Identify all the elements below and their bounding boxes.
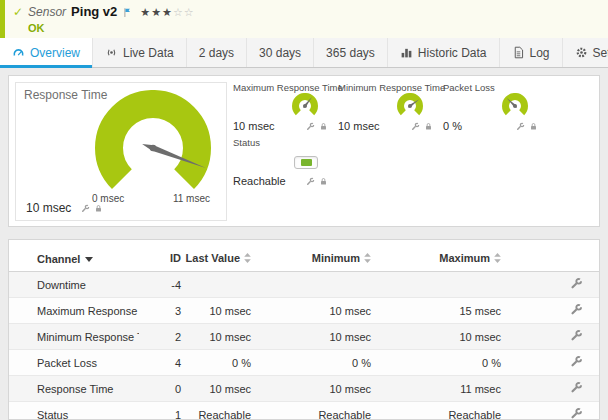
column-header-min[interactable]: Minimum bbox=[255, 240, 375, 272]
wrench-icon[interactable] bbox=[570, 303, 583, 316]
channel-row-response-time[interactable]: Response Time 0 10 msec 10 msec 11 msec bbox=[9, 376, 599, 402]
tab-label: Settings bbox=[593, 46, 608, 60]
tab-label: 2 days bbox=[199, 46, 234, 60]
wrench-icon[interactable] bbox=[570, 277, 583, 290]
lock-icon[interactable] bbox=[319, 177, 328, 186]
lock-icon[interactable] bbox=[424, 122, 433, 131]
channel-id: 2 bbox=[139, 324, 185, 350]
gauge-icon bbox=[12, 46, 25, 59]
channel-name[interactable]: Maximum Response Ti... bbox=[9, 298, 139, 324]
channel-minimum: 10 msec bbox=[255, 376, 375, 402]
tab-30-days[interactable]: 30 days bbox=[247, 38, 314, 67]
wrench-icon[interactable] bbox=[81, 204, 90, 213]
channel-filter-caret-icon[interactable] bbox=[85, 252, 93, 264]
tab-overview[interactable]: Overview bbox=[0, 38, 93, 67]
channel-settings-button[interactable] bbox=[570, 407, 583, 420]
channel-last-value bbox=[185, 272, 255, 298]
priority-star[interactable]: ★ bbox=[140, 5, 151, 19]
channel-settings-button[interactable] bbox=[570, 381, 583, 394]
lock-icon[interactable] bbox=[319, 122, 328, 131]
status-value: Reachable bbox=[233, 175, 286, 187]
gear-icon bbox=[575, 46, 588, 59]
wrench-icon[interactable] bbox=[570, 355, 583, 368]
channel-id: 3 bbox=[139, 298, 185, 324]
channel-name[interactable]: Status bbox=[9, 402, 139, 420]
document-icon bbox=[512, 46, 525, 59]
response-time-gauge bbox=[95, 90, 211, 206]
channel-row-downtime[interactable]: Downtime -4 bbox=[9, 272, 599, 298]
wrench-icon[interactable] bbox=[570, 381, 583, 394]
tab-log[interactable]: Log bbox=[500, 38, 563, 67]
tab-365-days[interactable]: 365 days bbox=[314, 38, 388, 67]
wrench-icon[interactable] bbox=[411, 122, 420, 131]
channel-row-minimum-response-time[interactable]: Minimum Response Time 2 10 msec 10 msec … bbox=[9, 324, 599, 350]
channel-name[interactable]: Response Time bbox=[9, 376, 139, 402]
channel-last-value: 10 msec bbox=[185, 298, 255, 324]
lock-icon[interactable] bbox=[529, 122, 538, 131]
wrench-icon[interactable] bbox=[306, 177, 315, 186]
channel-name[interactable]: Minimum Response Time bbox=[9, 324, 139, 350]
main-content: Response Time 0 msec 11 msec 10 msec Max… bbox=[0, 68, 608, 420]
channel-settings-button[interactable] bbox=[570, 303, 583, 316]
channel-last-value: 10 msec bbox=[185, 324, 255, 350]
channel-minimum: 0 % bbox=[255, 350, 375, 376]
channel-row-status[interactable]: Status 1 Reachable Reachable Reachable bbox=[9, 402, 599, 420]
wrench-icon[interactable] bbox=[306, 122, 315, 131]
tab-settings[interactable]: Settings bbox=[563, 38, 608, 67]
tab-label: Overview bbox=[30, 46, 80, 60]
channel-name[interactable]: Downtime bbox=[9, 272, 139, 298]
gauge-title: Maximum Response Time bbox=[233, 82, 338, 93]
channel-settings-button[interactable] bbox=[570, 329, 583, 342]
channel-maximum: 11 msec bbox=[375, 376, 505, 402]
column-header-id[interactable]: ID bbox=[139, 240, 185, 272]
gauge-value: 10 msec bbox=[338, 120, 380, 132]
primary-gauge-value: 10 msec bbox=[26, 201, 71, 215]
priority-star[interactable]: ☆ bbox=[173, 5, 184, 19]
sensor-status-badge: OK bbox=[28, 22, 195, 34]
column-header-max[interactable]: Maximum bbox=[375, 240, 505, 272]
priority-flag-icon bbox=[122, 7, 133, 18]
channel-row-maximum-response-ti[interactable]: Maximum Response Ti... 3 10 msec 10 msec… bbox=[9, 298, 599, 324]
gauge-cell-maximum-response-time: Maximum Response Time 10 msec bbox=[233, 82, 338, 130]
priority-star[interactable]: ☆ bbox=[184, 5, 195, 19]
channel-id: 4 bbox=[139, 350, 185, 376]
sort-icon[interactable] bbox=[244, 253, 251, 265]
primary-gauge-box: Response Time 0 msec 11 msec 10 msec bbox=[15, 82, 227, 221]
gauge-value: 10 msec bbox=[233, 120, 275, 132]
status-title: Status bbox=[233, 137, 338, 148]
channel-id: -4 bbox=[139, 272, 185, 298]
column-label: Last Value bbox=[186, 252, 240, 264]
tab-label: 365 days bbox=[326, 46, 375, 60]
table-header-row: ChannelIDLast ValueMinimumMaximum bbox=[9, 240, 599, 272]
small-gauge bbox=[502, 93, 528, 122]
sort-icon[interactable] bbox=[364, 253, 371, 265]
priority-star[interactable]: ★ bbox=[151, 5, 162, 19]
gauges-panel: Response Time 0 msec 11 msec 10 msec Max… bbox=[8, 75, 600, 227]
channel-settings-button[interactable] bbox=[570, 277, 583, 290]
sort-icon[interactable] bbox=[494, 253, 501, 265]
tab-historic-data[interactable]: Historic Data bbox=[388, 38, 500, 67]
channel-name[interactable]: Packet Loss bbox=[9, 350, 139, 376]
channel-minimum: Reachable bbox=[255, 402, 375, 420]
wrench-icon[interactable] bbox=[516, 122, 525, 131]
small-gauge bbox=[292, 93, 318, 122]
channel-maximum: 15 msec bbox=[375, 298, 505, 324]
channel-row-packet-loss[interactable]: Packet Loss 4 0 % 0 % 0 % bbox=[9, 350, 599, 376]
sensor-header: ✓ Sensor Ping v2 ★★★☆☆ OK bbox=[0, 0, 608, 38]
wrench-icon[interactable] bbox=[570, 407, 583, 420]
wrench-icon[interactable] bbox=[570, 329, 583, 342]
tab-label: Live Data bbox=[123, 46, 174, 60]
channel-settings-button[interactable] bbox=[570, 355, 583, 368]
small-gauges-area: Maximum Response Time 10 msec Minimum Re… bbox=[233, 82, 563, 192]
small-gauge bbox=[397, 93, 423, 122]
column-header-channel[interactable]: Channel bbox=[9, 240, 139, 272]
tab-live-data[interactable]: Live Data bbox=[93, 38, 187, 67]
priority-star[interactable]: ★ bbox=[162, 5, 173, 19]
channel-maximum: 10 msec bbox=[375, 324, 505, 350]
column-label: Maximum bbox=[439, 252, 490, 264]
tab-2-days[interactable]: 2 days bbox=[187, 38, 247, 67]
channel-minimum bbox=[255, 272, 375, 298]
lock-icon[interactable] bbox=[94, 204, 103, 213]
column-header-last[interactable]: Last Value bbox=[185, 240, 255, 272]
channel-minimum: 10 msec bbox=[255, 298, 375, 324]
